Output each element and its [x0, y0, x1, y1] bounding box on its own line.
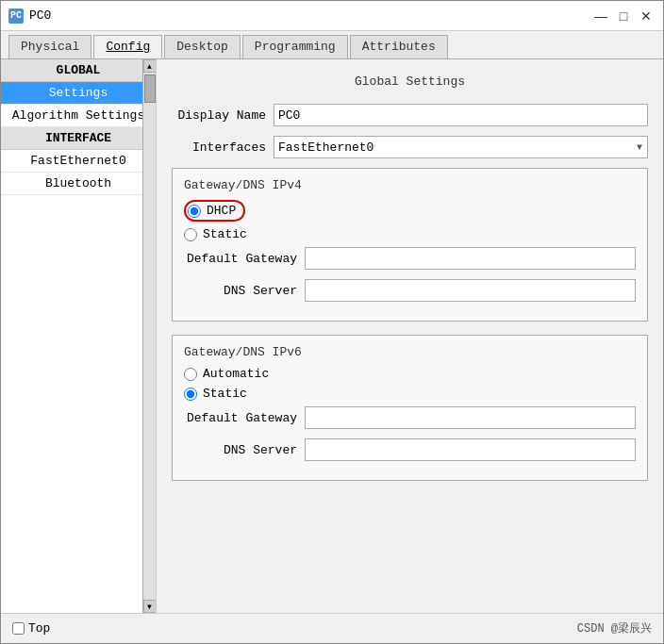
ipv4-dhcp-row: DHCP: [184, 200, 636, 222]
top-checkbox-label[interactable]: Top: [12, 621, 50, 636]
content-area: Global Settings Display Name Interfaces …: [157, 59, 663, 613]
ipv6-dns-label: DNS Server: [184, 443, 297, 457]
sidebar-item-bluetooth[interactable]: Bluetooth: [1, 173, 156, 195]
top-checkbox[interactable]: [12, 622, 25, 635]
interfaces-select[interactable]: FastEthernet0 Bluetooth: [274, 136, 648, 158]
ipv4-static-label[interactable]: Static: [203, 227, 247, 241]
ipv4-dns-row: DNS Server: [184, 279, 636, 302]
sidebar: GLOBAL Settings Algorithm Settings INTER…: [1, 59, 157, 613]
sidebar-item-fastethernet0[interactable]: FastEthernet0: [1, 150, 156, 173]
ipv6-group: Gateway/DNS IPv6 Automatic Static Defaul…: [172, 335, 648, 481]
ipv4-static-row: Static: [184, 227, 636, 241]
ipv4-dhcp-label[interactable]: DHCP: [207, 204, 236, 218]
scroll-down-button[interactable]: ▼: [143, 600, 157, 613]
ipv6-dns-row: DNS Server: [184, 438, 636, 461]
display-name-input[interactable]: [274, 104, 648, 126]
ipv6-static-radio[interactable]: [184, 388, 197, 401]
window-icon: PC: [8, 8, 24, 24]
ipv6-gateway-input[interactable]: [305, 406, 636, 429]
dhcp-highlight: DHCP: [184, 200, 245, 222]
ipv6-static-row: Static: [184, 387, 636, 401]
ipv6-static-label[interactable]: Static: [203, 387, 247, 401]
sidebar-item-settings[interactable]: Settings: [1, 82, 156, 105]
ipv6-automatic-radio[interactable]: [184, 368, 197, 381]
ipv4-group-title: Gateway/DNS IPv4: [184, 178, 636, 192]
title-bar: PC PC0 — □ ✕: [1, 1, 663, 31]
title-buttons: — □ ✕: [591, 7, 656, 25]
ipv4-dhcp-radio[interactable]: [188, 205, 201, 218]
interfaces-row: Interfaces FastEthernet0 Bluetooth: [172, 136, 648, 158]
tab-attributes[interactable]: Attributes: [350, 35, 448, 58]
interface-section-header: INTERFACE: [1, 127, 156, 150]
tab-physical[interactable]: Physical: [8, 35, 91, 58]
display-name-label: Display Name: [172, 108, 266, 123]
global-section-header: GLOBAL: [1, 59, 156, 82]
scroll-thumb: [144, 74, 156, 103]
ipv4-gateway-label: Default Gateway: [184, 252, 297, 266]
ipv4-gateway-row: Default Gateway: [184, 247, 636, 270]
interfaces-select-wrapper: FastEthernet0 Bluetooth: [274, 136, 648, 158]
ipv4-gateway-input[interactable]: [305, 247, 636, 270]
ipv4-group: Gateway/DNS IPv4 DHCP Static Default Gat…: [172, 168, 648, 322]
tabs-bar: Physical Config Desktop Programming Attr…: [1, 31, 663, 59]
window-title: PC0: [29, 8, 591, 23]
maximize-button[interactable]: □: [614, 7, 633, 25]
ipv4-dns-input[interactable]: [305, 279, 636, 302]
main-content: GLOBAL Settings Algorithm Settings INTER…: [1, 59, 663, 613]
bottom-left: Top: [12, 621, 50, 636]
top-label: Top: [28, 621, 50, 636]
tab-programming[interactable]: Programming: [242, 35, 348, 58]
ipv6-automatic-row: Automatic: [184, 367, 636, 381]
bottom-bar: Top CSDN @梁辰兴: [1, 613, 663, 643]
ipv4-dns-label: DNS Server: [184, 284, 297, 298]
display-name-row: Display Name: [172, 104, 648, 126]
ipv4-static-radio[interactable]: [184, 228, 197, 241]
ipv6-dns-input[interactable]: [305, 438, 636, 461]
minimize-button[interactable]: —: [591, 7, 610, 25]
tab-config[interactable]: Config: [93, 35, 162, 58]
ipv6-automatic-label[interactable]: Automatic: [203, 367, 269, 381]
scroll-up-button[interactable]: ▲: [143, 59, 157, 73]
content-title: Global Settings: [172, 74, 648, 89]
main-window: PC PC0 — □ ✕ Physical Config Desktop Pro…: [0, 0, 664, 644]
ipv6-gateway-label: Default Gateway: [184, 411, 297, 425]
sidebar-scrollbar[interactable]: ▲ ▼: [142, 59, 156, 613]
sidebar-item-algorithm-settings[interactable]: Algorithm Settings: [1, 105, 156, 127]
watermark: CSDN @梁辰兴: [577, 620, 652, 636]
tab-desktop[interactable]: Desktop: [164, 35, 241, 58]
ipv6-group-title: Gateway/DNS IPv6: [184, 345, 636, 359]
interfaces-label: Interfaces: [172, 140, 266, 155]
close-button[interactable]: ✕: [637, 7, 656, 25]
ipv6-gateway-row: Default Gateway: [184, 406, 636, 429]
